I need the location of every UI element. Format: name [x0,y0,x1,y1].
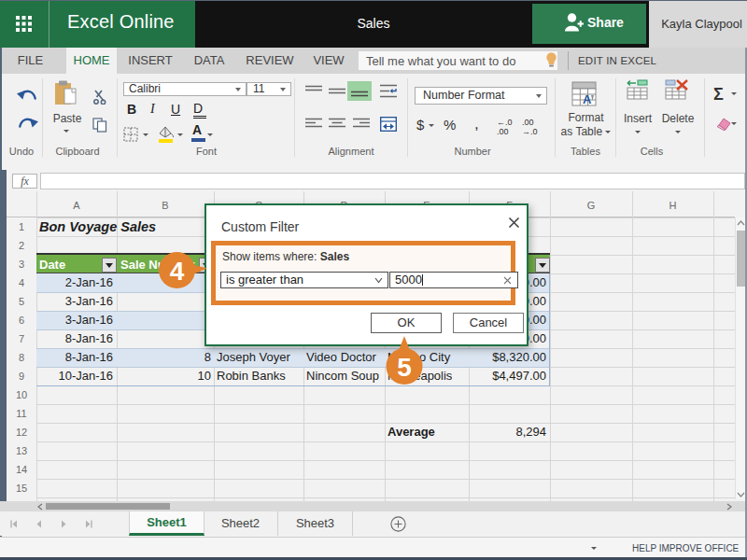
svg-text:5: 5 [397,353,412,382]
svg-text:4: 4 [170,257,185,286]
svg-text:A: A [583,92,592,106]
